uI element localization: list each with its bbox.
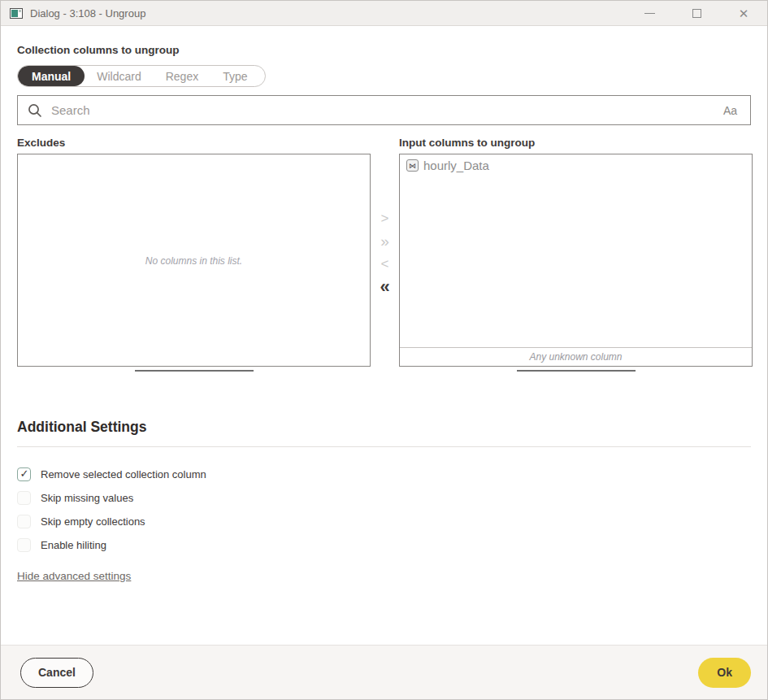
includes-listbox[interactable]: ⋈ hourly_Data Any unknown column — [399, 154, 753, 367]
maximize-button[interactable] — [673, 1, 720, 25]
additional-settings-options: Remove selected collection column Skip m… — [17, 463, 751, 557]
minimize-button[interactable] — [626, 1, 673, 25]
tab-manual[interactable]: Manual — [18, 66, 85, 86]
includes-title: Input columns to ungroup — [399, 137, 753, 149]
tab-regex[interactable]: Regex — [154, 66, 210, 86]
search-icon — [28, 103, 42, 118]
cancel-button[interactable]: Cancel — [20, 658, 93, 688]
move-all-left-button[interactable]: « — [375, 276, 395, 298]
search-bar: Aa — [17, 95, 751, 125]
checkbox-remove-selected-collection-column[interactable]: Remove selected collection column — [17, 463, 751, 486]
search-input[interactable] — [51, 103, 720, 117]
dialog-icon — [10, 8, 23, 19]
checkbox-skip-empty-collections[interactable]: Skip empty collections — [17, 510, 751, 533]
checkbox-box — [17, 538, 31, 552]
checkbox-skip-missing-values[interactable]: Skip missing values — [17, 486, 751, 510]
tab-wildcard[interactable]: Wildcard — [85, 66, 153, 86]
filter-mode-switch: Manual Wildcard Regex Type — [17, 65, 266, 87]
move-right-button[interactable]: > — [375, 207, 395, 230]
checkbox-label: Enable hiliting — [41, 539, 106, 551]
any-unknown-column-placeholder[interactable]: Any unknown column — [400, 347, 752, 366]
checkbox-box — [17, 515, 31, 528]
checkbox-label: Skip missing values — [41, 492, 133, 504]
close-button[interactable]: ✕ — [720, 1, 767, 25]
excludes-resize-handle[interactable] — [135, 370, 254, 372]
additional-settings-title: Additional Settings — [17, 419, 751, 436]
checkbox-box — [17, 491, 31, 505]
list-item-hourly-data[interactable]: ⋈ hourly_Data — [400, 154, 752, 175]
window-title: Dialog - 3:108 - Ungroup — [30, 7, 145, 20]
move-left-button[interactable]: < — [375, 253, 395, 276]
ok-button[interactable]: Ok — [698, 658, 751, 688]
checkbox-label: Remove selected collection column — [41, 468, 206, 480]
excludes-listbox[interactable]: No columns in this list. — [17, 154, 371, 367]
close-icon: ✕ — [739, 7, 749, 20]
move-all-right-button[interactable]: » — [375, 230, 395, 253]
titlebar: Dialog - 3:108 - Ungroup ✕ — [1, 1, 767, 26]
hide-advanced-settings-link[interactable]: Hide advanced settings — [17, 570, 131, 582]
excludes-title: Excludes — [17, 137, 371, 149]
checkbox-enable-hiliting[interactable]: Enable hiliting — [17, 533, 751, 557]
excludes-empty-text: No columns in this list. — [18, 255, 370, 267]
checkbox-label: Skip empty collections — [41, 515, 145, 528]
minimize-icon — [644, 13, 655, 14]
dialog-window: Dialog - 3:108 - Ungroup ✕ Collection co… — [0, 0, 768, 700]
window-controls: ✕ — [626, 1, 767, 25]
checkbox-box-checked — [17, 467, 31, 481]
collection-type-icon: ⋈ — [406, 159, 419, 172]
collection-columns-label: Collection columns to ungroup — [17, 44, 751, 56]
column-name: hourly_Data — [423, 159, 489, 172]
tab-type[interactable]: Type — [210, 66, 259, 86]
maximize-icon — [692, 9, 701, 18]
includes-resize-handle[interactable] — [517, 370, 636, 372]
transfer-controls: > » < « — [371, 154, 399, 367]
case-sensitive-toggle[interactable]: Aa — [720, 102, 740, 119]
footer-bar: Cancel Ok — [1, 645, 767, 699]
section-divider — [17, 446, 751, 447]
